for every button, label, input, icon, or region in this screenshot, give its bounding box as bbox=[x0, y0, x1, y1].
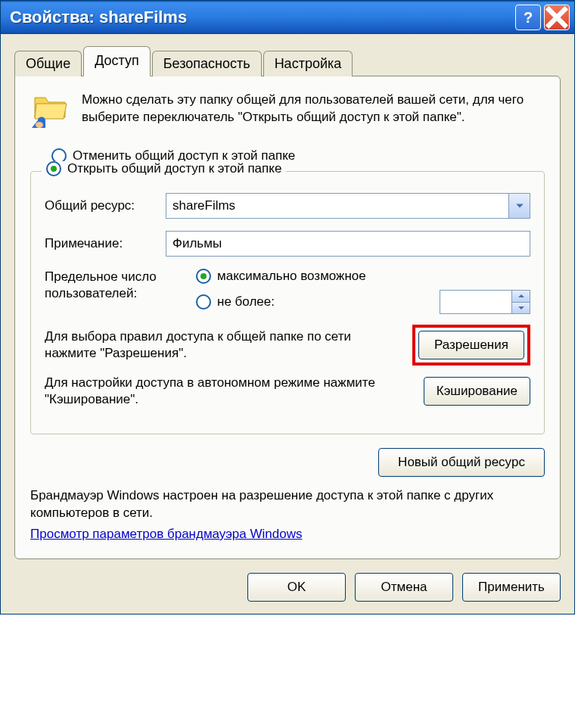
radio-icon bbox=[196, 269, 211, 284]
tab-strip: Общие Доступ Безопасность Настройка bbox=[14, 48, 561, 76]
titlebar[interactable]: Свойства: shareFilms ? bbox=[1, 1, 574, 34]
chevron-down-icon[interactable] bbox=[508, 194, 530, 218]
radio-icon bbox=[46, 161, 61, 176]
client-area: Общие Доступ Безопасность Настройка Можн… bbox=[1, 34, 574, 614]
permissions-button[interactable]: Разрешения bbox=[418, 331, 524, 359]
radio-icon bbox=[196, 294, 211, 310]
user-limit-label: Предельное число пользователей: bbox=[45, 269, 196, 302]
share-resource-combo[interactable]: shareFilms bbox=[166, 193, 530, 219]
user-limit-spinner[interactable] bbox=[440, 290, 530, 314]
tab-security[interactable]: Безопасность bbox=[152, 51, 262, 76]
share-comment-value: Фильмы bbox=[172, 236, 222, 251]
share-groupbox: Открыть общий доступ к этой папке Общий … bbox=[30, 171, 545, 434]
spinner-up-icon[interactable] bbox=[512, 291, 530, 303]
radio-enable-label: Открыть общий доступ к этой папке bbox=[67, 161, 281, 176]
spinner-value bbox=[440, 291, 511, 313]
ok-button[interactable]: OK bbox=[247, 573, 346, 602]
radio-limit-max[interactable]: максимально возможное bbox=[196, 269, 530, 284]
intro-text: Можно сделать эту папку общей для пользо… bbox=[82, 92, 545, 133]
close-button[interactable] bbox=[544, 5, 570, 30]
firewall-text: Брандмауэр Windows настроен на разрешени… bbox=[30, 487, 545, 522]
radio-limit-nomore[interactable]: не более: bbox=[196, 290, 530, 314]
apply-button[interactable]: Применить bbox=[462, 573, 561, 602]
firewall-link[interactable]: Просмотр параметров брандмауэра Windows bbox=[30, 527, 302, 541]
tab-access[interactable]: Доступ bbox=[83, 46, 151, 76]
help-button[interactable]: ? bbox=[515, 5, 541, 30]
limit-max-label: максимально возможное bbox=[217, 269, 366, 284]
tab-page-access: Можно сделать эту папку общей для пользо… bbox=[14, 76, 561, 559]
highlight-permissions: Разрешения bbox=[412, 325, 530, 366]
share-resource-label: Общий ресурс: bbox=[45, 198, 166, 213]
tab-general[interactable]: Общие bbox=[14, 51, 82, 76]
new-share-button[interactable]: Новый общий ресурс bbox=[378, 448, 545, 477]
folder-share-icon bbox=[30, 92, 71, 133]
spinner-down-icon[interactable] bbox=[512, 303, 530, 314]
dialog-buttons: OK Отмена Применить bbox=[14, 573, 561, 602]
caching-button[interactable]: Кэширование bbox=[424, 377, 530, 406]
limit-nomore-label: не более: bbox=[217, 294, 275, 310]
svg-point-0 bbox=[36, 122, 43, 128]
share-comment-input[interactable]: Фильмы bbox=[166, 231, 530, 257]
caching-text: Для настройки доступа в автономном режим… bbox=[45, 375, 412, 408]
share-resource-value: shareFilms bbox=[166, 194, 508, 218]
intro-block: Можно сделать эту папку общей для пользо… bbox=[30, 92, 545, 133]
properties-dialog: Свойства: shareFilms ? Общие Доступ Безо… bbox=[0, 0, 575, 614]
share-comment-label: Примечание: bbox=[45, 236, 166, 251]
tab-settings[interactable]: Настройка bbox=[263, 51, 353, 76]
radio-enable-share[interactable]: Открыть общий доступ к этой папке bbox=[42, 161, 286, 176]
cancel-button[interactable]: Отмена bbox=[355, 573, 453, 602]
window-title: Свойства: shareFilms bbox=[10, 8, 512, 27]
permissions-text: Для выбора правил доступа к общей папке … bbox=[45, 328, 400, 362]
